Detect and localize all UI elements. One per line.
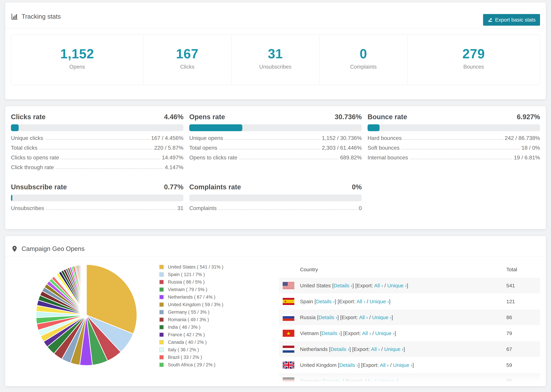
details-link[interactable]: Details › [322, 330, 340, 336]
details-link[interactable]: Details › [334, 283, 353, 288]
legend-swatch [159, 348, 164, 352]
legend-label: France ( 42 / 2% ) [168, 332, 205, 337]
country-column-header: Country [300, 267, 318, 273]
rate-section-opens-rate: Opens rate30.736%Unique opens1,152 / 30.… [189, 113, 362, 170]
geo-header: Campaign Geo Opens [5, 236, 546, 256]
legend-label: Canada ( 40 / 2% ) [168, 340, 207, 345]
rate-title: Clicks rate [11, 113, 46, 121]
bar-chart-icon [11, 13, 18, 20]
details-link[interactable]: Details › [339, 362, 358, 368]
rate-line: Complaints0 [189, 205, 362, 211]
export-all-link[interactable]: All › [371, 346, 380, 352]
details-link[interactable]: Details › [324, 378, 343, 384]
legend-item: Italy ( 36 / 2% ) [159, 346, 279, 354]
legend-item: South Africa ( 29 / 2% ) [159, 361, 279, 369]
legend-swatch [159, 287, 164, 292]
country-total: 541 [506, 283, 540, 288]
geo-table-header: Country Total [279, 256, 540, 277]
legend-item: United Kingdom ( 59 / 3% ) [159, 301, 279, 308]
details-link[interactable]: Details › [316, 299, 335, 304]
us-flag-icon [283, 282, 294, 289]
export-basic-stats-button[interactable]: Export basic stats [483, 14, 540, 26]
stat-value: 167 [143, 46, 231, 61]
page: Tracking stats Export basic stats 1,152O… [0, 0, 551, 386]
geo-body: United States ( 541 / 31% )Spain ( 121 /… [5, 256, 546, 386]
rate-value: 30.736% [335, 113, 362, 121]
stats-row: 1,152Opens167Clicks31Unsubscribes0Compla… [11, 35, 540, 85]
vn-flag-icon [283, 330, 294, 337]
export-unique-link[interactable]: Unique › [372, 315, 391, 320]
export-all-link[interactable]: All › [374, 283, 383, 288]
export-all-link[interactable]: All › [359, 315, 368, 320]
legend-item: Germany ( 55 / 3% ) [159, 308, 279, 316]
rate-value: 4.46% [164, 113, 184, 121]
legend-label: United Kingdom ( 59 / 3% ) [168, 302, 223, 307]
stat-box-clicks: 167Clicks [143, 35, 232, 85]
progress-bar [367, 124, 540, 131]
export-unique-link[interactable]: Unique › [375, 330, 395, 336]
rate-line: Opens to clicks rate689.82% [189, 155, 362, 161]
tracking-stats-header: Tracking stats Export basic stats [5, 2, 546, 28]
export-icon [487, 17, 493, 22]
rate-line: Unique opens1,152 / 30.736% [189, 135, 362, 141]
stat-box-bounces: 279Bounces [408, 35, 540, 85]
export-all-link[interactable]: All › [362, 330, 371, 336]
stat-label: Bounces [408, 64, 540, 70]
rate-title: Opens rate [189, 113, 225, 121]
stat-value: 1,152 [11, 46, 143, 61]
export-all-link[interactable]: All › [356, 299, 365, 304]
rate-line: Click through rate4.147% [11, 165, 184, 170]
export-all-link[interactable]: All › [365, 378, 373, 384]
rate-line: Unique clicks167 / 4.456% [11, 135, 184, 141]
export-unique-link[interactable]: Unique › [370, 299, 389, 304]
tracking-stats-title: Tracking stats [11, 13, 61, 20]
country-name: Vietnam [300, 330, 319, 336]
geo-table-row-gb: United Kingdom [Details ›] [Export: All … [279, 357, 540, 373]
legend-swatch [159, 302, 164, 307]
legend-item: Canada ( 40 / 2% ) [159, 338, 279, 346]
legend-label: Germany ( 55 / 3% ) [168, 309, 209, 315]
legend-swatch [159, 317, 164, 322]
country-name: Russia [300, 315, 316, 320]
legend-label: South Africa ( 29 / 2% ) [168, 362, 215, 368]
legend-swatch [159, 310, 164, 314]
gb-flag-icon [283, 362, 294, 369]
export-unique-link[interactable]: Unique › [387, 283, 407, 288]
campaign-geo-opens-card: Campaign Geo Opens United States ( 541 /… [5, 236, 546, 386]
rate-title: Complaints rate [189, 183, 241, 191]
geo-table-row-vn: Vietnam [Details ›] [Export: All › / Uni… [279, 325, 540, 341]
legend-item: Vietnam ( 79 / 5% ) [159, 286, 279, 293]
details-link[interactable]: Details › [330, 346, 349, 352]
geo-table-row-us: United States [Details ›] [Export: All ›… [279, 277, 540, 293]
export-unique-link[interactable]: Unique › [378, 378, 397, 384]
legend-item: France ( 42 / 2% ) [159, 331, 279, 338]
country-total: 67 [506, 346, 540, 352]
geo-title: Campaign Geo Opens [11, 245, 85, 252]
legend-swatch [159, 340, 164, 344]
rate-section-clicks-rate: Clicks rate4.46%Unique clicks167 / 4.456… [11, 113, 184, 170]
stat-box-complaints: 0Complaints [319, 35, 408, 85]
legend-item: Russia ( 86 / 5% ) [159, 278, 279, 286]
details-link[interactable]: Details › [318, 315, 337, 320]
country-total: 79 [506, 330, 540, 336]
country-name: United Kingdom [300, 362, 336, 368]
legend-item: India ( 46 / 3% ) [159, 323, 279, 331]
rate-title: Bounce rate [367, 113, 407, 121]
pie-svg [34, 263, 139, 367]
rates-grid: Clicks rate4.46%Unique clicks167 / 4.456… [5, 106, 546, 229]
progress-bar [11, 195, 184, 201]
country-name: Spain [300, 299, 313, 304]
rate-line: Hard bounces242 / 86.738% [367, 135, 540, 141]
location-pin-icon [11, 245, 18, 252]
ru-flag-icon [283, 314, 294, 321]
rate-line: Soft bounces18 / 0% [367, 145, 540, 151]
legend-label: India ( 46 / 3% ) [168, 325, 201, 330]
export-all-link[interactable]: All › [380, 362, 389, 368]
export-unique-link[interactable]: Unique › [393, 362, 412, 368]
legend-swatch [159, 325, 164, 329]
country-total: 59 [506, 362, 540, 368]
geo-table-row-ru: Russia [Details ›] [Export: All › / Uniq… [279, 309, 540, 325]
rate-line: Internal bounces19 / 6.81% [367, 155, 540, 161]
export-unique-link[interactable]: Unique › [384, 346, 403, 352]
legend-item: Netherlands ( 67 / 4% ) [159, 293, 279, 301]
